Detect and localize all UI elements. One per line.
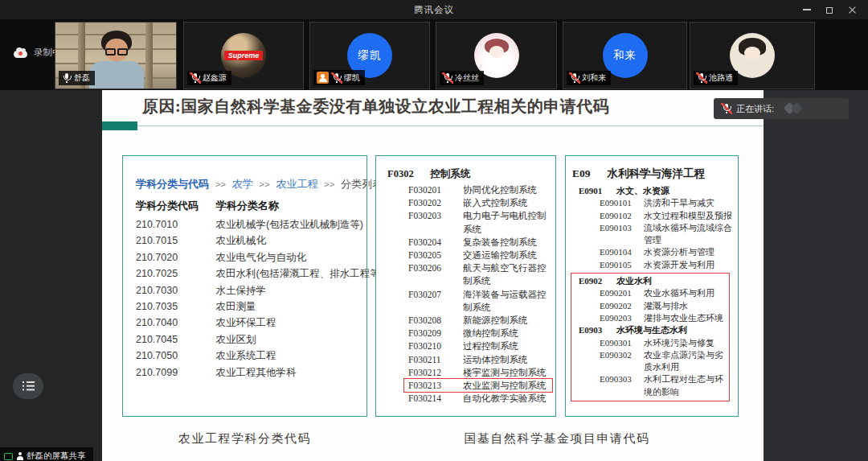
code-row: E0903 水环境与生态水利 — [579, 324, 729, 336]
left-table-caption: 农业工程学科分类代码 — [122, 431, 367, 447]
minimize-button[interactable] — [796, 0, 818, 19]
participant-name-tag: 池路通 — [694, 71, 738, 85]
row-code: F030206 — [408, 261, 463, 287]
title-accent-bar — [102, 121, 137, 130]
code-row: E090101 洪涝和干旱与减灾 — [600, 197, 738, 209]
breadcrumb-separator: >> — [215, 179, 226, 189]
row-code: F030211 — [408, 353, 463, 366]
window-controls — [796, 0, 863, 19]
table-body: E0901 水文、水资源 E090101 洪涝和干旱与减灾 E090102 水文… — [566, 185, 738, 271]
screen-share-icon — [4, 453, 13, 460]
row-code: E090303 — [600, 373, 644, 398]
row-code: F030204 — [408, 236, 463, 249]
main-area: 原因:国家自然科学基金委没有单独设立农业工程相关的申请代码 学科分类与代码 >>… — [0, 90, 868, 461]
header-code: 学科分类代码 — [136, 199, 213, 213]
restore-button[interactable] — [818, 0, 841, 19]
participant-name: 冷丝丝 — [455, 72, 479, 84]
row-code: 210.7025 — [136, 268, 213, 279]
list-view-button[interactable] — [13, 373, 43, 399]
table-row: 210.7040 农业环保工程 — [136, 316, 366, 332]
meeting-window: 腾讯会议 录制中 舒磊 — [0, 0, 868, 461]
row-code: F030202 — [408, 196, 463, 209]
row-name: 流域水循环与流域综合管理 — [644, 222, 732, 247]
presenter-icon — [16, 452, 23, 460]
row-code: 210.7030 — [136, 285, 213, 296]
row-code: F030201 — [408, 183, 463, 196]
mic-muted-icon — [722, 104, 731, 113]
row-name: 农业监测与控制系统 — [463, 379, 550, 392]
row-name: 农业区划 — [215, 334, 256, 345]
row-code: E090202 — [600, 300, 644, 312]
window-title: 腾讯会议 — [414, 4, 454, 16]
video-strip: 录制中 舒磊 Supreme 赵鑫源 — [0, 19, 868, 90]
participant-tile-miaokai[interactable]: 缪凯 缪凯 — [309, 22, 430, 89]
close-button[interactable] — [841, 0, 863, 19]
window-titlebar: 腾讯会议 — [0, 0, 868, 19]
breadcrumb-separator: >> — [259, 179, 269, 189]
code-row: F030212 楼宇监测与控制系统 — [408, 366, 550, 379]
table-body: 210.7010 农业机械学(包括农业机械制造等) 210.7015 农业机械化… — [123, 218, 366, 382]
row-code: F030214 — [408, 392, 463, 405]
row-code: E0903 — [579, 324, 616, 336]
code-row: E090303 水利工程对生态与环境的影响 — [600, 373, 729, 398]
row-code: E0902 — [579, 275, 616, 287]
row-name: 水文过程和模型及预报 — [644, 210, 732, 222]
participant-tile-liuhelai[interactable]: 和来 刘和来 — [563, 22, 687, 89]
row-code: E090102 — [600, 210, 644, 222]
row-name: 农业工程其他学科 — [215, 367, 296, 378]
code-row: E090102 水文过程和模型及预报 — [600, 210, 738, 222]
row-name: 农田测量 — [215, 301, 256, 312]
tencent-meeting-logo-icon — [783, 101, 809, 116]
participant-name-tag: 缪凯 — [313, 70, 365, 85]
left-rail — [0, 90, 102, 461]
row-name: 航天与航空飞行器控制系统 — [463, 261, 550, 287]
row-name: 农业系统工程 — [215, 350, 276, 361]
breadcrumb-root[interactable]: 学科分类与代码 — [136, 178, 209, 190]
table-row: 210.7045 农业区划 — [136, 333, 366, 349]
row-name: 新能源控制系统 — [463, 314, 550, 327]
participant-tile-chilutong[interactable]: 池路通 — [690, 22, 815, 89]
table-row: 210.7010 农业机械学(包括农业机械制造等) — [136, 218, 366, 234]
row-code: E090104 — [600, 246, 644, 258]
participant-tile-zhaoxinyuan[interactable]: Supreme 赵鑫源 — [183, 22, 304, 89]
table-row: 210.7099 农业工程其他学科 — [136, 366, 366, 382]
participant-name: 池路通 — [709, 72, 733, 84]
row-code: E090201 — [600, 287, 644, 299]
table-row: 210.7015 农业机械化 — [136, 234, 366, 250]
code-row: E090202 灌溉与排水 — [600, 300, 729, 312]
header-name: 学科分类名称 — [216, 200, 279, 212]
breadcrumb-level2[interactable]: 农业工程 — [276, 178, 317, 190]
discipline-code-table: 学科分类与代码 >> 农学 >> 农业工程 >> 分类列表 学科分类代码 学科分… — [122, 155, 367, 417]
mic-muted-icon — [697, 73, 706, 83]
row-name: 农业电气化与自动化 — [215, 252, 306, 263]
row-name: 灌溉与排水 — [644, 300, 724, 312]
code-row: F030201 协同优化控制系统 — [408, 183, 550, 196]
code-row: E090302 农业非点源污染与劣质水利用 — [600, 349, 729, 374]
code-row: F030204 复杂装备控制系统 — [408, 236, 550, 249]
speaking-label: 正在讲话: — [736, 103, 774, 115]
avatar-supreme-label: Supreme — [224, 51, 264, 60]
participant-tile-shulei[interactable]: 舒磊 — [55, 22, 177, 89]
table-row: 210.7020 农业电气化与自动化 — [136, 251, 366, 267]
row-name: 过程控制系统 — [463, 340, 550, 352]
row-name: 海洋装备与运载器控制系统 — [463, 288, 550, 314]
avatar-initials: 和来 — [613, 48, 637, 63]
row-name: 嵌入式控制系统 — [463, 196, 550, 209]
row-name: 农田水利(包括灌溉工程、排水工程等) — [215, 268, 383, 279]
row-name: 微纳控制系统 — [463, 327, 550, 340]
screen-share-banner: 舒磊的屏幕共享 — [0, 447, 93, 461]
row-name: 水利工程对生态与环境的影响 — [644, 373, 724, 398]
table-body-highlighted: E0902 农业水利 E090201 农业水循环与利用 E090202 — [571, 275, 729, 398]
code-row: F030203 电力电子与电机控制系统 — [408, 209, 550, 235]
code-row: F030209 微纳控制系统 — [408, 327, 550, 340]
row-name: 农业水循环与利用 — [644, 287, 724, 299]
table-row: 210.7050 农业系统工程 — [136, 349, 366, 365]
table-row: 210.7035 农田测量 — [136, 300, 366, 316]
participant-tile-lengsisi[interactable]: 冷丝丝 — [436, 22, 557, 89]
breadcrumb-level1[interactable]: 农学 — [232, 178, 253, 190]
code-row: E0901 水文、水资源 — [579, 185, 738, 197]
code-row: F030208 新能源控制系统 — [408, 314, 550, 327]
highlight-box: E0902 农业水利 E090201 农业水循环与利用 E090202 — [571, 273, 730, 401]
row-name: 农业机械化 — [215, 235, 266, 246]
row-name: 交通运输控制系统 — [463, 249, 550, 261]
